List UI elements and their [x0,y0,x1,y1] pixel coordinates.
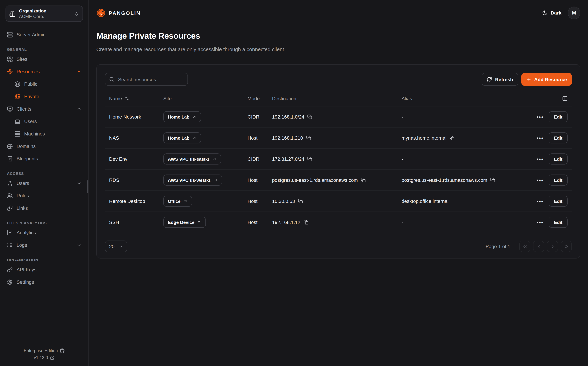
sidebar-item-label: Roles [17,193,29,198]
page-title: Manage Private Resources [96,31,581,41]
version-link[interactable]: v1.13.0 [0,354,88,361]
sidebar-item-machines[interactable]: Machines [7,128,88,140]
table-header: Name Site Mode Destination Alias [105,91,572,107]
next-page-button[interactable] [547,241,558,252]
edit-button[interactable]: Edit [549,175,568,186]
site-link-button[interactable]: Office [163,196,192,207]
column-header-name[interactable]: Name [109,96,122,101]
copy-icon[interactable] [449,136,454,140]
sidebar-item-api-keys[interactable]: API Keys [0,263,88,276]
user-icon [7,180,13,186]
first-page-button[interactable] [519,241,530,252]
sidebar-item-label: Sites [17,56,27,62]
row-menu-button[interactable]: ••• [537,220,544,225]
destination-cell: 192.168.1.12 [268,220,397,225]
table-toolbar: Refresh Add Resource [105,73,572,86]
sidebar-item-private[interactable]: Private [7,90,88,103]
sidebar-scrollbar[interactable] [87,180,88,193]
sidebar-item-roles[interactable]: Roles [0,189,88,202]
copy-icon[interactable] [298,199,303,204]
sidebar-subitems: UsersMachines [7,115,88,140]
column-header-mode: Mode [243,96,268,101]
edit-button[interactable]: Edit [549,111,568,122]
sidebar-item-label: Users [24,119,37,124]
name-cell: Dev Env [105,156,159,162]
table-row: Dev EnvAWS VPC us-east-1CIDR172.31.27.0/… [105,149,572,170]
row-menu-button[interactable]: ••• [537,114,544,119]
sidebar-item-logs[interactable]: Logs [0,239,88,251]
sidebar-item-label: Clients [17,106,31,112]
sidebar-item-blueprints[interactable]: Blueprints [0,152,88,165]
globe-lock-icon [15,93,20,99]
main-content: PANGOLIN Dark M Manage Private Resources… [89,0,588,366]
receipt-icon [7,156,13,161]
org-switcher[interactable]: Organization ACME Corp. [6,6,83,22]
users-icon [7,193,13,198]
copy-icon[interactable] [308,157,312,161]
search-input[interactable] [118,76,184,83]
row-menu-button[interactable]: ••• [537,156,544,161]
sidebar-item-resources[interactable]: Resources [0,65,88,78]
site-link-button[interactable]: Home Lab [163,111,201,122]
edit-button[interactable]: Edit [549,153,568,165]
table-body: Home NetworkHome LabCIDR192.168.1.0/24-•… [105,107,572,233]
table-row: Home NetworkHome LabCIDR192.168.1.0/24-•… [105,107,572,128]
refresh-button[interactable]: Refresh [482,73,518,86]
section-label: LOGS & ANALYTICS [7,221,81,225]
edit-button[interactable]: Edit [549,217,568,228]
row-menu-button[interactable]: ••• [537,135,544,140]
sidebar-item-users[interactable]: Users [0,177,88,189]
edition-link[interactable]: Enterprise Edition [0,347,88,354]
user-avatar[interactable]: M [568,6,581,19]
sidebar-item-links[interactable]: Links [0,202,88,214]
mode-cell: CIDR [243,114,268,120]
table-row: RDSAWS VPC us-west-1Hostpostgres.us-east… [105,170,572,191]
sidebar-item-public[interactable]: Public [7,78,88,90]
site-link-button[interactable]: AWS VPC us-east-1 [163,153,221,165]
app-logo[interactable]: PANGOLIN [96,8,141,17]
column-visibility-button[interactable] [562,96,568,101]
sidebar-item-analytics[interactable]: Analytics [0,226,88,239]
combine-icon [7,56,13,62]
add-resource-button[interactable]: Add Resource [521,73,572,86]
prev-page-button[interactable] [533,241,544,252]
site-link-button[interactable]: Edge Device [163,217,206,228]
copy-icon[interactable] [303,220,308,225]
copy-icon[interactable] [361,178,366,183]
copy-icon[interactable] [308,114,312,119]
site-link-button[interactable]: Home Lab [163,132,201,144]
last-page-button[interactable] [561,241,572,252]
theme-label: Dark [551,10,561,15]
copy-icon[interactable] [306,136,311,140]
sidebar-item-clients[interactable]: Clients [0,103,88,115]
org-switcher-label: Organization [19,8,71,14]
edition-label: Enterprise Edition [24,348,58,353]
edit-button[interactable]: Edit [549,196,568,207]
building-icon [9,11,15,17]
sort-icon[interactable] [125,96,129,100]
sidebar-item-label: Public [24,81,37,87]
sidebar-item-settings[interactable]: Settings [0,276,88,288]
row-menu-button[interactable]: ••• [537,177,544,183]
sidebar-item-sites[interactable]: Sites [0,53,88,65]
top-bar: PANGOLIN Dark M [96,0,581,19]
settings-icon [7,279,13,285]
sidebar-item-server-admin[interactable]: Server Admin [0,28,88,41]
name-cell: SSH [105,220,159,225]
name-cell: RDS [105,177,159,183]
page-size-select[interactable]: 20 [105,241,127,252]
sidebar-item-domains[interactable]: Domains [0,140,88,152]
row-menu-button[interactable]: ••• [537,198,544,204]
sidebar-item-users[interactable]: Users [7,115,88,128]
sidebar-item-label: Settings [17,279,34,285]
destination-cell: 192.168.1.210 [268,135,397,141]
theme-toggle[interactable]: Dark [542,10,561,15]
site-link-button[interactable]: AWS VPC us-west-1 [163,175,222,186]
chevron-down-icon [77,243,81,247]
edit-button[interactable]: Edit [549,132,568,144]
sidebar-item-label: Blueprints [17,156,38,161]
search-box [105,73,188,86]
copy-icon[interactable] [490,178,495,183]
destination-cell: 10.30.0.53 [268,198,397,204]
arrow-up-right-icon [192,115,197,119]
